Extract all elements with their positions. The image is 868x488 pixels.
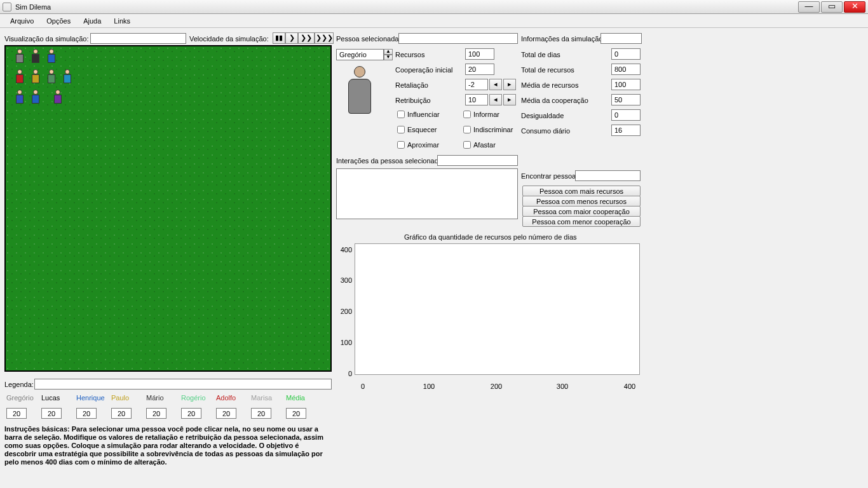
sprite-mário[interactable] <box>28 69 43 87</box>
label-pessoa-sel: Pessoa selecionada: <box>336 35 401 43</box>
legend-table: GregórioLucasHenriquePauloMárioRogérioAd… <box>4 393 319 420</box>
lbl-retrib: Retribuição <box>395 97 431 104</box>
y-tick-400: 400 <box>336 246 352 254</box>
sprite-p9[interactable] <box>28 90 43 107</box>
instructions-text: Instruções básicas: Para selecionar uma … <box>4 425 332 466</box>
simulation-canvas[interactable] <box>4 45 332 372</box>
person-select[interactable]: Gregório <box>336 49 384 60</box>
val-retal[interactable]: -2 <box>465 79 488 90</box>
legend-name-henrique[interactable]: Henrique <box>74 393 109 403</box>
legend-name-mário[interactable]: Mário <box>144 393 179 403</box>
speed-3[interactable]: ❯❯❯ <box>315 32 334 44</box>
info-sim-back <box>600 33 642 44</box>
val-retrib[interactable]: 10 <box>465 94 488 105</box>
label-interacoes: Interações da pessoa selecionada: <box>336 157 444 165</box>
sprite-paulo[interactable] <box>12 69 27 87</box>
lbl-recursos: Recursos <box>395 51 424 58</box>
legend-value-marisa <box>249 407 284 420</box>
speed-2[interactable]: ❯❯ <box>298 32 315 44</box>
person-portrait <box>348 66 371 114</box>
menu-opcoes[interactable]: Opções <box>40 15 77 27</box>
close-button[interactable]: ✕ <box>844 1 865 13</box>
chart-plot <box>355 243 640 375</box>
chk-afastar[interactable]: Afastar <box>463 141 496 149</box>
maximize-button[interactable]: ▭ <box>821 1 843 13</box>
titlebar: Sim Dilema — ▭ ✕ <box>0 0 868 14</box>
menu-arquivo[interactable]: Arquivo <box>4 15 40 27</box>
y-tick-300: 300 <box>336 276 352 284</box>
sprite-adolfo[interactable] <box>60 69 75 87</box>
val-desig: 0 <box>611 109 641 121</box>
val-totrec: 800 <box>611 64 641 75</box>
interacoes-back <box>437 155 518 166</box>
retal-inc[interactable]: ▸ <box>503 79 516 90</box>
legenda-back <box>34 379 332 390</box>
x-tick-100: 100 <box>419 383 438 390</box>
legend-name-adolfo[interactable]: Adolfo <box>214 393 249 403</box>
chk-informar[interactable]: Informar <box>463 111 499 118</box>
retrib-dec[interactable]: ◂ <box>489 94 502 105</box>
menu-ajuda[interactable]: Ajuda <box>77 15 107 27</box>
val-recursos: 100 <box>465 48 494 60</box>
legend-name-rogério[interactable]: Rogério <box>179 393 214 403</box>
lbl-coop: Cooperação inicial <box>395 66 453 74</box>
sprite-lucas[interactable] <box>28 49 43 67</box>
legend-name-gregório[interactable]: Gregório <box>4 393 39 403</box>
chk-influenciar[interactable]: Influenciar <box>397 111 440 118</box>
sprite-henrique[interactable] <box>44 49 59 67</box>
legend-value-gregório <box>4 407 39 420</box>
label-encontrar: Encontrar pessoa: <box>521 172 578 180</box>
val-mediarec: 100 <box>611 79 641 90</box>
sprite-marisa[interactable] <box>12 90 27 107</box>
speed-pause[interactable]: ▮▮ <box>273 32 285 44</box>
lbl-mediarec: Média de recursos <box>521 81 579 89</box>
label-velocidade: Velocidade da simulação: <box>189 35 269 43</box>
menu-links[interactable]: Links <box>107 15 137 27</box>
pessoa-sel-back <box>398 33 518 44</box>
interacoes-list[interactable] <box>336 168 518 219</box>
chk-esquecer[interactable]: Esquecer <box>397 126 437 133</box>
val-consumo: 16 <box>611 125 641 136</box>
speed-1[interactable]: ❯ <box>285 32 298 44</box>
sprite-p10[interactable] <box>50 90 65 107</box>
val-coop: 20 <box>465 64 494 75</box>
y-tick-200: 200 <box>336 308 352 315</box>
legend-value-rogério <box>179 407 214 420</box>
chk-aproximar[interactable]: Aproximar <box>397 141 439 149</box>
val-mediacoop: 50 <box>611 94 641 105</box>
btn-maior-coop[interactable]: Pessoa com maior cooperação <box>522 206 641 217</box>
x-tick-400: 400 <box>620 383 639 390</box>
sprite-gregório[interactable] <box>12 49 27 67</box>
retrib-inc[interactable]: ▸ <box>503 94 516 105</box>
val-dias: 0 <box>611 48 641 60</box>
btn-menos-recursos[interactable]: Pessoa com menos recursos <box>522 196 641 207</box>
legend-value-paulo <box>109 407 144 420</box>
app-icon <box>3 3 11 11</box>
y-tick-100: 100 <box>336 339 352 346</box>
lbl-desig: Desigualdade <box>521 112 564 119</box>
menubar: Arquivo Opções Ajuda Links <box>0 14 868 28</box>
label-visualizacao: Visualização da simulação: <box>4 35 88 43</box>
sprite-rogério[interactable] <box>44 69 59 87</box>
legend-name-média[interactable]: Média <box>284 393 319 403</box>
legend-value-mário <box>144 407 179 420</box>
x-tick-0: 0 <box>353 383 372 390</box>
legend-name-lucas[interactable]: Lucas <box>39 393 74 403</box>
visualizacao-field <box>90 33 186 44</box>
person-select-down[interactable]: ▼ <box>384 55 393 60</box>
lbl-mediacoop: Média da cooperação <box>521 97 588 104</box>
retal-dec[interactable]: ◂ <box>489 79 502 90</box>
y-tick-0: 0 <box>336 370 352 377</box>
lbl-consumo: Consumo diário <box>521 127 570 135</box>
lbl-retal: Retaliação <box>395 81 428 89</box>
minimize-button[interactable]: — <box>798 1 820 13</box>
label-legenda: Legenda: <box>4 381 34 388</box>
btn-menor-coop[interactable]: Pessoa com menor cooperação <box>522 216 641 227</box>
legend-value-lucas <box>39 407 74 420</box>
x-tick-200: 200 <box>487 383 506 390</box>
lbl-totrec: Total de recursos <box>521 66 574 74</box>
legend-name-marisa[interactable]: Marisa <box>249 393 284 403</box>
btn-mais-recursos[interactable]: Pessoa com mais recursos <box>522 186 641 196</box>
chk-indiscriminar[interactable]: Indiscriminar <box>463 126 513 133</box>
legend-name-paulo[interactable]: Paulo <box>109 393 144 403</box>
